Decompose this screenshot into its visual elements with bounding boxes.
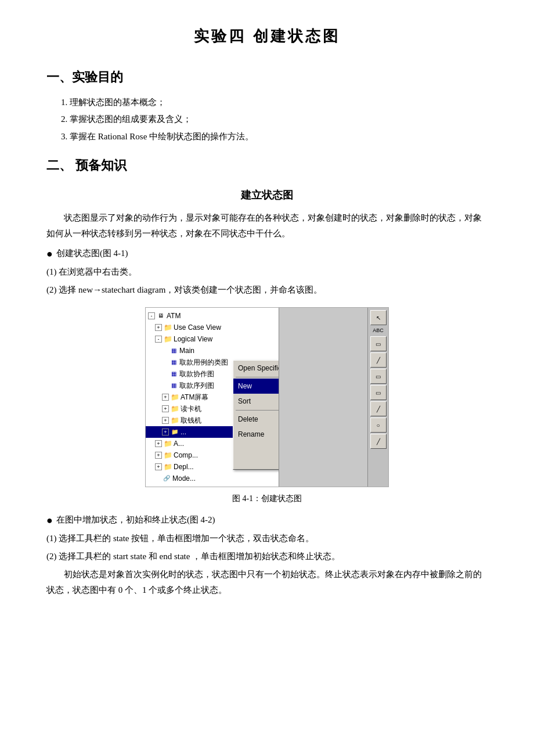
atm-icon: 🖥 xyxy=(156,311,165,321)
menu-new[interactable]: New ▶ xyxy=(233,379,279,394)
menu-open-spec[interactable]: Open Specification... xyxy=(233,361,279,376)
step4-text: (2) 选择工具栏的 start state 和 end state ，单击框图… xyxy=(46,552,340,561)
tree-use-case-view: + 📁 Use Case View xyxy=(146,322,279,333)
drawing-inner xyxy=(279,308,367,487)
toolbar-panel: ↖ ABC ▭ ╱ ▭ ▭ ╱ ○ xyxy=(367,308,388,487)
mode-icon: 🔗 xyxy=(162,474,171,483)
menu-delete[interactable]: Delete xyxy=(233,412,279,427)
list-item-1: 理解状态图的基本概念； xyxy=(70,95,488,110)
tree-root: - 🖥 ATM xyxy=(146,310,279,322)
step2: (2) 选择 new→statechart diagram，对该类创建一个状态图… xyxy=(46,282,488,298)
toolbar-btn-rect3[interactable]: ▭ xyxy=(370,385,387,400)
step4-line1: (2) 选择工具栏的 start state 和 end state ，单击框图… xyxy=(46,549,488,564)
folder-icon: 📁 xyxy=(163,323,172,332)
doc-icon-main: ▦ xyxy=(169,346,178,355)
toolbar-btn-line[interactable]: ╱ xyxy=(370,352,387,368)
step1: (1) 在浏览器中右击类。 xyxy=(46,264,488,280)
page-title: 实验四 创建状态图 xyxy=(46,23,488,49)
folder-icon-9: 📁 xyxy=(163,462,172,471)
toolbar-btn-line3[interactable]: ╱ xyxy=(370,434,387,449)
toolbar-btn-cursor[interactable]: ↖ xyxy=(370,310,387,325)
tree-mode: 🔗 Mode... xyxy=(146,473,279,484)
paragraph1: 状态图显示了对象的动作行为，显示对象可能存在的各种状态，对象创建时的状态，对象删… xyxy=(46,210,488,242)
bullet-dot-2: ● xyxy=(46,513,53,528)
right-panel xyxy=(279,308,367,487)
tree-main: ▦ Main xyxy=(146,345,279,357)
menu-sep-1 xyxy=(236,377,279,377)
tree-logical-view: - 📁 Logical View xyxy=(146,333,279,345)
menu-sep-2 xyxy=(236,410,279,411)
bullet2-label: 在图中增加状态，初始和终止状态(图 4-2) xyxy=(56,513,215,528)
list-item-2: 掌握状态图的组成要素及含义； xyxy=(70,112,488,127)
toolbar-btn-line2[interactable]: ╱ xyxy=(370,401,387,416)
menu-sort[interactable]: Sort ▶ xyxy=(233,394,279,409)
section1-heading: 一、实验目的 xyxy=(46,66,488,88)
folder-icon-2: 📁 xyxy=(163,334,172,344)
toolbar-btn-circle[interactable]: ○ xyxy=(370,417,387,433)
drawing-area xyxy=(279,308,367,487)
context-menu: Open Specification... New ▶ Sort ▶ xyxy=(233,360,279,470)
folder-icon-5: 📁 xyxy=(170,416,179,425)
menu-rename[interactable]: Rename xyxy=(233,427,279,442)
folder-icon-3: 📁 xyxy=(170,393,179,402)
bullet1: ● 创建状态图(图 4-1) xyxy=(46,246,488,262)
toolbar-label-abc: ABC xyxy=(373,326,384,335)
section2: 二、 预备知识 建立状态图 状态图显示了对象的动作行为，显示对象可能存在的各种状… xyxy=(46,154,488,598)
bullet1-label: 创建状态图(图 4-1) xyxy=(56,246,128,261)
folder-icon-6: 📁 xyxy=(170,427,179,437)
section1: 一、实验目的 理解状态图的基本概念； 掌握状态图的组成要素及含义； 掌握在 Ra… xyxy=(46,66,488,144)
folder-icon-7: 📁 xyxy=(163,439,172,448)
doc-icon-3: ▦ xyxy=(169,381,178,390)
doc-icon-1: ▦ xyxy=(169,358,178,367)
folder-icon-4: 📁 xyxy=(170,404,179,413)
doc-icon-2: ▦ xyxy=(169,369,178,379)
sub-heading: 建立状态图 xyxy=(46,186,488,204)
toolbar-btn-rect2[interactable]: ▭ xyxy=(370,369,387,384)
step3: (1) 选择工具栏的 state 按钮，单击框图增加一个状态，双击状态命名。 xyxy=(46,531,488,546)
tree-panel: - 🖥 ATM + 📁 Use Case View - 📁 Logical Vi… xyxy=(146,308,279,487)
folder-icon-8: 📁 xyxy=(163,451,172,460)
figure-container: - 🖥 ATM + 📁 Use Case View - 📁 Logical Vi… xyxy=(46,307,488,487)
bullet2: ● 在图中增加状态，初始和终止状态(图 4-2) xyxy=(46,513,488,528)
section1-list: 理解状态图的基本概念； 掌握状态图的组成要素及含义； 掌握在 Rational … xyxy=(70,95,488,145)
section2-heading: 二、 预备知识 xyxy=(46,154,488,176)
step4-line2: 初始状态是对象首次实例化时的状态，状态图中只有一个初始状态。终止状态表示对象在内… xyxy=(46,567,488,598)
figure-caption: 图 4-1：创建状态图 xyxy=(46,492,488,506)
screenshot: - 🖥 ATM + 📁 Use Case View - 📁 Logical Vi… xyxy=(145,307,389,487)
context-menu-area: Open Specification... New ▶ Sort ▶ xyxy=(233,360,279,470)
toolbar-btn-rect[interactable]: ▭ xyxy=(370,336,387,351)
bullet-dot-1: ● xyxy=(46,246,53,262)
list-item-3: 掌握在 Rational Rose 中绘制状态图的操作方法。 xyxy=(70,129,488,145)
